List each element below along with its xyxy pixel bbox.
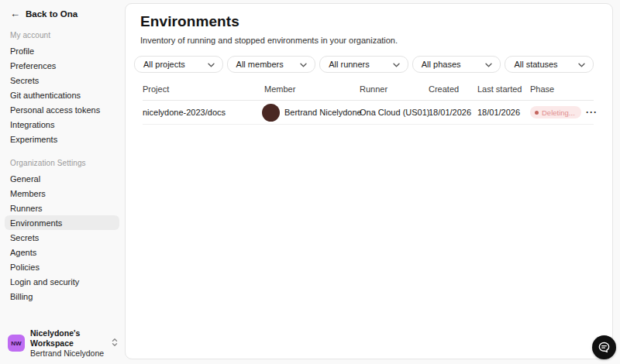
filters-row: All projects All members All runners All… [134, 56, 594, 73]
chevron-down-icon [300, 60, 307, 69]
back-arrow-icon: ← [10, 9, 20, 19]
environments-panel: Environments Inventory of running and st… [125, 3, 613, 359]
back-link-label: Back to Ona [26, 9, 78, 19]
section-label-my-account: My account [10, 31, 114, 39]
column-header-last-started: Last started [477, 84, 530, 94]
chevron-down-icon [393, 60, 400, 69]
chevron-down-icon [208, 60, 215, 69]
sidebar-item-secrets[interactable]: Secrets [5, 73, 119, 88]
sidebar-item-git-authentications[interactable]: Git authentications [5, 88, 119, 102]
sidebar: ← Back to Ona My account Profile Prefere… [0, 0, 124, 364]
chat-help-button[interactable] [592, 335, 616, 359]
page-title: Environments [140, 13, 594, 30]
table-row[interactable]: nicelydone-2023/docs Bertrand Nicelydone… [143, 101, 594, 125]
environments-table: Project Member Runner Created Last start… [143, 77, 594, 125]
workspace-switcher[interactable]: NW Nicelydone's Workspace Bertrand Nicel… [0, 328, 124, 359]
status-badge: Deleting... [530, 106, 581, 118]
cell-created: 18/01/2026 [429, 108, 477, 117]
sidebar-item-profile[interactable]: Profile [5, 43, 119, 58]
sidebar-item-experiments[interactable]: Experiments [5, 132, 119, 146]
section-label-organization-settings: Organization Settings [10, 159, 114, 167]
sidebar-item-integrations[interactable]: Integrations [5, 117, 119, 132]
cell-project: nicelydone-2023/docs [143, 108, 264, 117]
workspace-avatar: NW [8, 335, 25, 352]
status-badge-label: Deleting... [542, 108, 575, 117]
filter-all-statuses[interactable]: All statuses [505, 56, 594, 73]
sidebar-item-environments[interactable]: Environments [5, 215, 119, 230]
row-actions-ellipsis-icon[interactable]: ··· [586, 108, 598, 117]
member-avatar [262, 104, 280, 122]
sidebar-item-login-and-security[interactable]: Login and security [5, 274, 119, 289]
column-header-project: Project [143, 84, 264, 94]
sidebar-item-members[interactable]: Members [5, 186, 119, 201]
cell-phase: Deleting... [530, 106, 586, 118]
sidebar-item-general[interactable]: General [5, 171, 119, 186]
sidebar-item-preferences[interactable]: Preferences [5, 58, 119, 73]
filter-all-members[interactable]: All members [227, 56, 316, 73]
sidebar-item-runners[interactable]: Runners [5, 201, 119, 215]
column-header-member: Member [264, 84, 360, 94]
table-header-row: Project Member Runner Created Last start… [143, 77, 594, 101]
member-name: Bertrand Nicelydone [284, 108, 362, 117]
cell-last-started: 18/01/2026 [477, 108, 530, 117]
page-description: Inventory of running and stopped environ… [140, 36, 594, 45]
sidebar-item-agents[interactable]: Agents [5, 245, 119, 259]
chevron-down-icon [578, 60, 585, 69]
column-header-phase: Phase [530, 84, 586, 94]
sidebar-item-org-secrets[interactable]: Secrets [5, 230, 119, 245]
cell-runner: Ona Cloud (US01) [360, 108, 429, 117]
column-header-runner: Runner [360, 84, 429, 94]
filter-all-runners[interactable]: All runners [319, 56, 408, 73]
chevron-down-icon [485, 60, 492, 69]
back-to-ona-link[interactable]: ← Back to Ona [10, 9, 114, 19]
status-dot-icon [535, 111, 539, 115]
column-header-created: Created [429, 84, 477, 94]
sidebar-item-policies[interactable]: Policies [5, 259, 119, 274]
filter-all-projects[interactable]: All projects [134, 56, 223, 73]
cell-member: Bertrand Nicelydone [262, 104, 360, 122]
sidebar-item-billing[interactable]: Billing [5, 289, 119, 304]
sidebar-item-personal-access-tokens[interactable]: Personal access tokens [5, 102, 119, 117]
workspace-select-updown-icon [112, 336, 118, 350]
chat-bubble-icon [598, 341, 611, 354]
filter-all-phases[interactable]: All phases [412, 56, 501, 73]
workspace-member-name: Bertrand Nicelydone [30, 349, 112, 359]
workspace-name: Nicelydone's Workspace [30, 328, 112, 349]
